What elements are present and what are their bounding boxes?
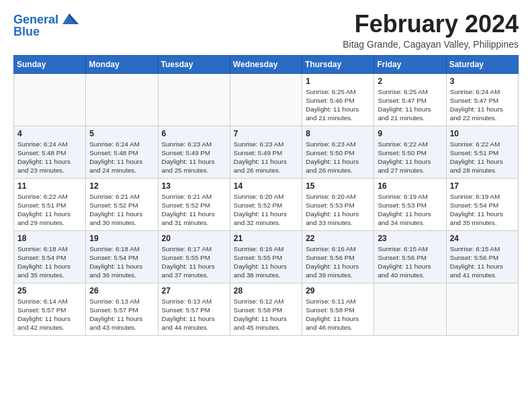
day-number: 9 <box>378 129 442 138</box>
calendar-cell <box>374 283 446 335</box>
day-info: Sunrise: 6:12 AM Sunset: 5:58 PM Dayligh… <box>234 297 298 332</box>
calendar-cell: 3Sunrise: 6:24 AM Sunset: 5:47 PM Daylig… <box>446 73 518 126</box>
day-info: Sunrise: 6:20 AM Sunset: 5:52 PM Dayligh… <box>234 192 298 228</box>
day-number: 2 <box>378 77 442 86</box>
calendar-week-row: 25Sunrise: 6:14 AM Sunset: 5:57 PM Dayli… <box>14 283 519 335</box>
calendar-cell: 13Sunrise: 6:21 AM Sunset: 5:52 PM Dayli… <box>158 178 230 230</box>
day-info: Sunrise: 6:14 AM Sunset: 5:57 PM Dayligh… <box>17 297 82 332</box>
day-number: 21 <box>234 234 298 243</box>
day-number: 28 <box>234 286 298 295</box>
page-header: General Blue February 2024 Bitag Grande,… <box>13 11 519 50</box>
calendar-cell: 23Sunrise: 6:15 AM Sunset: 5:56 PM Dayli… <box>374 230 446 283</box>
day-info: Sunrise: 6:13 AM Sunset: 5:57 PM Dayligh… <box>162 297 226 332</box>
calendar-cell: 18Sunrise: 6:18 AM Sunset: 5:54 PM Dayli… <box>14 230 86 283</box>
day-number: 27 <box>162 286 226 295</box>
day-of-week-header: Tuesday <box>158 55 230 73</box>
day-info: Sunrise: 6:20 AM Sunset: 5:53 PM Dayligh… <box>306 192 370 228</box>
calendar-cell: 10Sunrise: 6:22 AM Sunset: 5:51 PM Dayli… <box>446 126 518 178</box>
calendar-cell <box>14 73 86 126</box>
calendar-cell: 8Sunrise: 6:23 AM Sunset: 5:50 PM Daylig… <box>302 126 374 178</box>
calendar-cell: 12Sunrise: 6:21 AM Sunset: 5:52 PM Dayli… <box>86 178 158 230</box>
calendar-cell: 2Sunrise: 6:25 AM Sunset: 5:47 PM Daylig… <box>374 73 446 126</box>
calendar-cell: 11Sunrise: 6:22 AM Sunset: 5:51 PM Dayli… <box>14 178 86 230</box>
day-number: 24 <box>450 234 515 243</box>
day-of-week-header: Friday <box>374 55 446 73</box>
calendar-cell: 14Sunrise: 6:20 AM Sunset: 5:52 PM Dayli… <box>230 178 302 230</box>
day-number: 12 <box>89 181 154 191</box>
day-info: Sunrise: 6:16 AM Sunset: 5:56 PM Dayligh… <box>306 244 370 280</box>
calendar-cell <box>86 73 158 126</box>
day-info: Sunrise: 6:11 AM Sunset: 5:58 PM Dayligh… <box>306 297 370 332</box>
day-number: 1 <box>306 77 370 86</box>
calendar-cell: 21Sunrise: 6:16 AM Sunset: 5:55 PM Dayli… <box>230 230 302 283</box>
calendar-cell: 6Sunrise: 6:23 AM Sunset: 5:49 PM Daylig… <box>158 126 230 178</box>
calendar-cell <box>230 73 302 126</box>
day-number: 15 <box>306 181 370 191</box>
calendar-cell: 25Sunrise: 6:14 AM Sunset: 5:57 PM Dayli… <box>14 283 86 335</box>
month-year-title: February 2024 <box>343 11 519 38</box>
calendar-week-row: 4Sunrise: 6:24 AM Sunset: 5:48 PM Daylig… <box>14 126 519 178</box>
day-number: 26 <box>89 286 154 295</box>
day-number: 10 <box>450 129 515 138</box>
day-info: Sunrise: 6:25 AM Sunset: 5:46 PM Dayligh… <box>306 87 370 123</box>
calendar-cell: 17Sunrise: 6:19 AM Sunset: 5:54 PM Dayli… <box>446 178 518 230</box>
day-number: 14 <box>234 181 298 191</box>
title-area: February 2024 Bitag Grande, Cagayan Vall… <box>343 11 519 50</box>
day-info: Sunrise: 6:15 AM Sunset: 5:56 PM Dayligh… <box>450 244 515 280</box>
day-number: 6 <box>162 129 226 138</box>
calendar-cell: 26Sunrise: 6:13 AM Sunset: 5:57 PM Dayli… <box>86 283 158 335</box>
day-info: Sunrise: 6:21 AM Sunset: 5:52 PM Dayligh… <box>162 192 226 228</box>
day-of-week-header: Wednesday <box>230 55 302 73</box>
day-number: 23 <box>378 234 442 243</box>
calendar-cell <box>158 73 230 126</box>
day-info: Sunrise: 6:18 AM Sunset: 5:54 PM Dayligh… <box>17 244 82 280</box>
day-of-week-header: Monday <box>86 55 158 73</box>
day-number: 18 <box>17 234 82 243</box>
day-info: Sunrise: 6:17 AM Sunset: 5:55 PM Dayligh… <box>162 244 226 280</box>
calendar-cell: 7Sunrise: 6:23 AM Sunset: 5:49 PM Daylig… <box>230 126 302 178</box>
calendar-week-row: 18Sunrise: 6:18 AM Sunset: 5:54 PM Dayli… <box>14 230 519 283</box>
calendar-cell: 29Sunrise: 6:11 AM Sunset: 5:58 PM Dayli… <box>302 283 374 335</box>
day-info: Sunrise: 6:19 AM Sunset: 5:53 PM Dayligh… <box>378 192 442 228</box>
calendar-cell: 24Sunrise: 6:15 AM Sunset: 5:56 PM Dayli… <box>446 230 518 283</box>
calendar-cell: 19Sunrise: 6:18 AM Sunset: 5:54 PM Dayli… <box>86 230 158 283</box>
day-info: Sunrise: 6:23 AM Sunset: 5:50 PM Dayligh… <box>306 140 370 175</box>
day-info: Sunrise: 6:24 AM Sunset: 5:47 PM Dayligh… <box>450 87 515 123</box>
calendar-cell: 9Sunrise: 6:22 AM Sunset: 5:50 PM Daylig… <box>374 126 446 178</box>
logo-icon <box>60 12 79 26</box>
calendar-cell: 1Sunrise: 6:25 AM Sunset: 5:46 PM Daylig… <box>302 73 374 126</box>
day-info: Sunrise: 6:19 AM Sunset: 5:54 PM Dayligh… <box>450 192 515 228</box>
day-info: Sunrise: 6:18 AM Sunset: 5:54 PM Dayligh… <box>89 244 154 280</box>
day-info: Sunrise: 6:23 AM Sunset: 5:49 PM Dayligh… <box>234 140 298 175</box>
calendar-cell: 22Sunrise: 6:16 AM Sunset: 5:56 PM Dayli… <box>302 230 374 283</box>
calendar-week-row: 11Sunrise: 6:22 AM Sunset: 5:51 PM Dayli… <box>14 178 519 230</box>
day-info: Sunrise: 6:16 AM Sunset: 5:55 PM Dayligh… <box>234 244 298 280</box>
day-info: Sunrise: 6:22 AM Sunset: 5:51 PM Dayligh… <box>450 140 515 175</box>
day-number: 4 <box>17 129 82 138</box>
calendar-week-row: 1Sunrise: 6:25 AM Sunset: 5:46 PM Daylig… <box>14 73 519 126</box>
day-number: 22 <box>306 234 370 243</box>
calendar-cell: 28Sunrise: 6:12 AM Sunset: 5:58 PM Dayli… <box>230 283 302 335</box>
day-number: 29 <box>306 286 370 295</box>
day-info: Sunrise: 6:24 AM Sunset: 5:48 PM Dayligh… <box>89 140 154 175</box>
calendar-cell <box>446 283 518 335</box>
day-number: 11 <box>17 181 82 191</box>
day-number: 8 <box>306 129 370 138</box>
day-info: Sunrise: 6:23 AM Sunset: 5:49 PM Dayligh… <box>162 140 226 175</box>
day-number: 3 <box>450 77 515 86</box>
calendar-cell: 15Sunrise: 6:20 AM Sunset: 5:53 PM Dayli… <box>302 178 374 230</box>
day-info: Sunrise: 6:13 AM Sunset: 5:57 PM Dayligh… <box>89 297 154 332</box>
day-number: 19 <box>89 234 154 243</box>
calendar-cell: 5Sunrise: 6:24 AM Sunset: 5:48 PM Daylig… <box>86 126 158 178</box>
day-info: Sunrise: 6:22 AM Sunset: 5:51 PM Dayligh… <box>17 192 82 228</box>
day-info: Sunrise: 6:24 AM Sunset: 5:48 PM Dayligh… <box>17 140 82 175</box>
day-number: 13 <box>162 181 226 191</box>
calendar-cell: 20Sunrise: 6:17 AM Sunset: 5:55 PM Dayli… <box>158 230 230 283</box>
calendar-cell: 27Sunrise: 6:13 AM Sunset: 5:57 PM Dayli… <box>158 283 230 335</box>
day-info: Sunrise: 6:21 AM Sunset: 5:52 PM Dayligh… <box>89 192 154 228</box>
calendar-cell: 4Sunrise: 6:24 AM Sunset: 5:48 PM Daylig… <box>14 126 86 178</box>
day-number: 7 <box>234 129 298 138</box>
day-number: 16 <box>378 181 442 191</box>
day-info: Sunrise: 6:22 AM Sunset: 5:50 PM Dayligh… <box>378 140 442 175</box>
calendar-header-row: SundayMondayTuesdayWednesdayThursdayFrid… <box>14 55 519 73</box>
